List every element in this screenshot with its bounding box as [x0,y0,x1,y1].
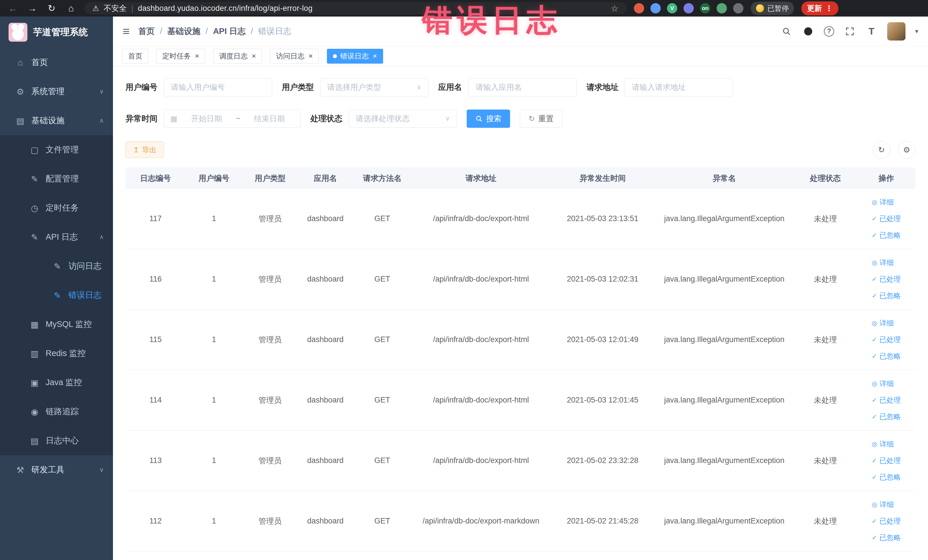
action-label: 详细 [879,500,894,509]
sidebar-item[interactable]: ▤日志中心 [0,426,113,455]
cell-time: 2021-05-02 23:32:28 [551,430,655,491]
processed-link[interactable]: ✓已处理 [872,392,901,408]
ignored-link[interactable]: ✓已忽略 [872,227,901,243]
cell-id: 112 [125,491,185,551]
exception-time-daterange[interactable]: ▦开始日期~结束日期 [164,110,301,128]
search-icon[interactable] [780,25,792,37]
hamburger-icon[interactable]: ≡ [123,24,130,38]
sidebar-item[interactable]: ▥Redis 监控 [0,339,113,368]
bookmark-star-icon[interactable]: ☆ [611,3,618,14]
paused-badge[interactable]: 已暂停 [751,2,794,15]
back-icon[interactable]: ← [7,3,19,14]
browser-update-button[interactable]: 更新 ⋮ [801,2,838,15]
home-nav-icon[interactable]: ⌂ [65,3,77,14]
sidebar-item[interactable]: ⚒研发工具∨ [0,455,113,484]
processed-link[interactable]: ✓已处理 [872,453,901,468]
reset-button[interactable]: ↻重置 [520,110,563,128]
tab-item[interactable]: 访问日志× [270,49,319,64]
user-type-select[interactable]: 请选择用户类型∨ [320,78,429,96]
ignored-link[interactable]: ✓已忽略 [872,530,901,545]
sidebar-item[interactable]: ▢文件管理 [0,135,113,164]
close-icon[interactable]: × [195,52,199,61]
detail-link[interactable]: ◎详细 [872,436,894,452]
check-icon: ✓ [872,336,877,343]
address-bar[interactable]: ⚠ 不安全 | dashboard.yudao.iocoder.cn/infra… [84,2,626,15]
sidebar-item[interactable]: ◉链路追踪 [0,397,113,426]
close-icon[interactable]: × [308,52,313,61]
vue-devtools-icon[interactable]: V [667,3,677,14]
tab-item[interactable]: 调度日志× [213,49,262,64]
sidebar-item[interactable]: ▤基础设施∧ [0,106,113,135]
refresh-button[interactable]: ↻ [873,141,890,159]
cell-actions: ◎详细✓已处理✓已忽略 [857,491,916,551]
app-logo[interactable]: 芋道管理系统 [0,17,113,48]
user-id-input[interactable] [164,78,272,96]
action-label: 详细 [879,258,894,267]
sidebar-item[interactable]: ▦MySQL 监控 [0,310,113,339]
sidebar-item[interactable]: ▣Java 监控 [0,368,113,397]
reload-icon[interactable]: ↻ [46,3,58,14]
logo-image [9,23,27,42]
extension-leaf-icon[interactable] [717,3,727,14]
export-icon: ↥ [133,146,139,154]
font-size-icon[interactable]: T [865,25,878,37]
ignored-link[interactable]: ✓已忽略 [872,349,901,364]
sidebar-item[interactable]: ✎API 日志∧ [0,223,113,252]
cell-url: /api/infra/db-doc/export-html [411,370,550,430]
tab-item[interactable]: 首页 [122,49,148,64]
tab-item[interactable]: 定时任务× [156,49,205,64]
export-button-label: 导出 [142,145,156,155]
caret-down-icon[interactable]: ▾ [915,27,918,35]
sidebar-item[interactable]: ✎访问日志 [0,252,113,281]
export-button[interactable]: ↥ 导出 [125,142,164,158]
extension-puzzle-icon[interactable] [733,3,743,14]
detail-link[interactable]: ◎详细 [872,376,894,391]
breadcrumb-item[interactable]: 基础设施 [168,26,200,37]
sidebar-item[interactable]: ✎配置管理 [0,164,113,194]
breadcrumb-separator: / [251,26,253,36]
select-placeholder: 请选择用户类型 [327,82,381,92]
ignored-link[interactable]: ✓已忽略 [872,288,901,304]
sidebar-item[interactable]: ⌂首页 [0,48,113,77]
sidebar-item[interactable]: ◷定时任务 [0,194,113,223]
extension-on-icon[interactable]: on [700,3,710,14]
menu-dots-icon[interactable]: ⋮ [825,4,833,13]
sidebar-item[interactable]: ⚙系统管理∨ [0,77,113,106]
table-row: 1161管理员dashboardGET/api/infra/db-doc/exp… [125,249,916,310]
processed-link[interactable]: ✓已处理 [872,514,901,529]
detail-link[interactable]: ◎详细 [872,195,894,210]
request-url-input[interactable] [625,78,733,96]
column-settings-button[interactable]: ⚙ [898,141,916,159]
detail-link[interactable]: ◎详细 [872,316,894,331]
active-tab-dot-icon [333,54,337,58]
processed-link[interactable]: ✓已处理 [872,332,901,348]
breadcrumb-item[interactable]: 首页 [138,26,155,37]
forward-icon[interactable]: → [26,3,38,14]
breadcrumb-item[interactable]: API 日志 [213,26,246,37]
sidebar-item-label: API 日志 [46,231,78,243]
sidebar-item[interactable]: ✎错误日志 [0,281,113,310]
table-header-row: 日志编号用户编号用户类型应用名请求方法名请求地址异常发生时间异常名处理状态操作 [125,168,916,189]
column-header-id: 日志编号 [125,168,185,189]
ignored-link[interactable]: ✓已忽略 [872,470,901,485]
processed-link[interactable]: ✓已处理 [872,272,901,287]
close-icon[interactable]: × [373,52,377,61]
eye-icon: ◎ [872,198,877,206]
processed-link[interactable]: ✓已处理 [872,211,901,226]
github-icon[interactable] [802,25,814,37]
process-status-select[interactable]: 请选择处理状态∨ [349,110,457,128]
close-icon[interactable]: × [252,52,256,61]
tab-item[interactable]: 错误日志× [327,49,383,64]
search-button[interactable]: 搜索 [467,110,510,128]
extension-red-icon[interactable] [634,3,644,14]
extension-grid-icon[interactable] [684,3,694,14]
extension-blue-icon[interactable] [650,3,661,14]
user-avatar[interactable] [887,22,905,41]
detail-link[interactable]: ◎详细 [872,255,894,270]
fullscreen-icon[interactable] [844,25,856,37]
cell-user_type: 管理员 [243,249,298,310]
detail-link[interactable]: ◎详细 [872,497,894,512]
app-name-input[interactable] [469,78,577,96]
help-icon[interactable]: ? [824,26,834,37]
ignored-link[interactable]: ✓已忽略 [872,409,901,424]
